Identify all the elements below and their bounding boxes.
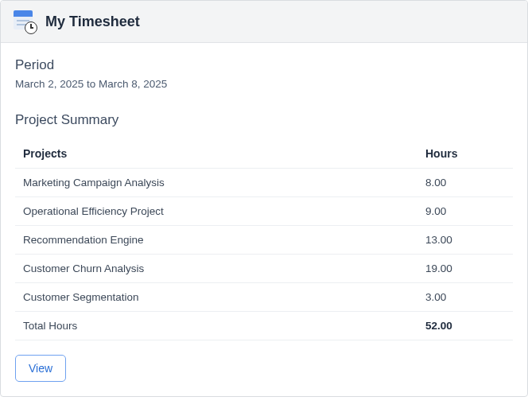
project-cell: Marketing Campaign Analysis — [15, 169, 417, 197]
table-row: Operational Efficiency Project 9.00 — [15, 197, 513, 226]
timesheet-icon — [14, 10, 36, 33]
period-label: Period — [15, 57, 513, 73]
period-value: March 2, 2025 to March 8, 2025 — [15, 78, 513, 90]
card-header: My Timesheet — [1, 1, 527, 43]
card-body: Period March 2, 2025 to March 8, 2025 Pr… — [1, 43, 527, 396]
table-row: Recommendation Engine 13.00 — [15, 226, 513, 255]
project-cell: Operational Efficiency Project — [15, 197, 417, 226]
table-row: Customer Segmentation 3.00 — [15, 283, 513, 312]
table-row: Customer Churn Analysis 19.00 — [15, 255, 513, 283]
total-hours-cell: 52.00 — [417, 312, 513, 340]
total-label-cell: Total Hours — [15, 312, 417, 340]
project-cell: Customer Churn Analysis — [15, 255, 417, 283]
timesheet-card: My Timesheet Period March 2, 2025 to Mar… — [0, 0, 528, 397]
table-row: Marketing Campaign Analysis 8.00 — [15, 169, 513, 197]
project-summary-table: Projects Hours Marketing Campaign Analys… — [15, 139, 513, 340]
view-button[interactable]: View — [15, 355, 66, 382]
project-summary-title: Project Summary — [15, 112, 513, 128]
total-row: Total Hours 52.00 — [15, 312, 513, 340]
hours-cell: 13.00 — [417, 226, 513, 255]
hours-cell: 19.00 — [417, 255, 513, 283]
project-cell: Recommendation Engine — [15, 226, 417, 255]
card-title: My Timesheet — [45, 14, 140, 30]
col-header-hours: Hours — [417, 139, 513, 169]
hours-cell: 8.00 — [417, 169, 513, 197]
hours-cell: 3.00 — [417, 283, 513, 312]
hours-cell: 9.00 — [417, 197, 513, 226]
col-header-projects: Projects — [15, 139, 417, 169]
project-cell: Customer Segmentation — [15, 283, 417, 312]
